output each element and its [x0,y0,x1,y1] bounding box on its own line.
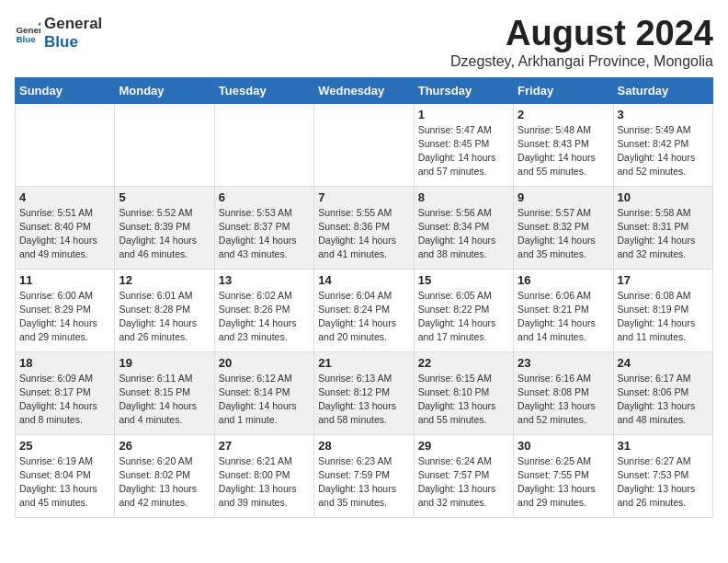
calendar-cell [314,103,414,186]
day-header-friday: Friday [514,77,613,103]
day-info: Sunrise: 5:58 AMSunset: 8:31 PMDaylight:… [618,206,709,262]
calendar-table: SundayMondayTuesdayWednesdayThursdayFrid… [15,77,713,518]
day-number: 2 [518,108,609,121]
day-number: 6 [219,190,310,204]
day-number: 13 [219,273,310,287]
calendar-week-row: 1Sunrise: 5:47 AMSunset: 8:45 PMDaylight… [16,103,713,186]
calendar-cell: 13Sunrise: 6:02 AMSunset: 8:26 PMDayligh… [214,269,313,351]
day-info: Sunrise: 6:15 AMSunset: 8:10 PMDaylight:… [418,372,509,428]
logo-blue-text: Blue [44,33,102,52]
day-number: 9 [518,190,609,204]
day-header-wednesday: Wednesday [314,77,414,103]
calendar-cell: 30Sunrise: 6:25 AMSunset: 7:55 PMDayligh… [514,434,613,517]
day-number: 15 [418,273,509,287]
day-number: 23 [518,356,609,370]
day-number: 8 [418,190,509,204]
calendar-cell: 18Sunrise: 6:09 AMSunset: 8:17 PMDayligh… [16,351,115,434]
calendar-cell: 16Sunrise: 6:06 AMSunset: 8:21 PMDayligh… [514,269,613,351]
calendar-cell: 29Sunrise: 6:24 AMSunset: 7:57 PMDayligh… [414,434,513,517]
day-number: 16 [518,273,609,287]
day-info: Sunrise: 6:27 AMSunset: 7:53 PMDaylight:… [618,454,709,511]
day-info: Sunrise: 5:52 AMSunset: 8:39 PMDaylight:… [119,206,210,262]
day-header-saturday: Saturday [613,77,712,103]
day-number: 25 [19,439,110,453]
day-info: Sunrise: 6:19 AMSunset: 8:04 PMDaylight:… [19,454,110,511]
day-info: Sunrise: 5:55 AMSunset: 8:36 PMDaylight:… [318,206,409,262]
day-info: Sunrise: 6:21 AMSunset: 8:00 PMDaylight:… [219,454,310,511]
day-info: Sunrise: 6:05 AMSunset: 8:22 PMDaylight:… [418,289,509,345]
calendar-cell: 10Sunrise: 5:58 AMSunset: 8:31 PMDayligh… [613,186,712,269]
day-number: 24 [618,356,709,370]
day-info: Sunrise: 6:13 AMSunset: 8:12 PMDaylight:… [318,372,409,428]
calendar-cell: 23Sunrise: 6:16 AMSunset: 8:08 PMDayligh… [514,351,613,434]
logo: General Blue General Blue [15,15,102,51]
calendar-cell [214,103,313,186]
calendar-week-row: 4Sunrise: 5:51 AMSunset: 8:40 PMDaylight… [16,186,713,269]
month-year-title: August 2024 [450,15,713,53]
calendar-cell: 15Sunrise: 6:05 AMSunset: 8:22 PMDayligh… [414,269,513,351]
day-number: 17 [618,273,709,287]
calendar-body: 1Sunrise: 5:47 AMSunset: 8:45 PMDaylight… [16,103,713,517]
calendar-cell: 9Sunrise: 5:57 AMSunset: 8:32 PMDaylight… [514,186,613,269]
day-info: Sunrise: 6:01 AMSunset: 8:28 PMDaylight:… [119,289,210,345]
day-number: 22 [418,356,509,370]
day-info: Sunrise: 5:56 AMSunset: 8:34 PMDaylight:… [418,206,509,262]
calendar-cell [115,103,214,186]
calendar-cell: 5Sunrise: 5:52 AMSunset: 8:39 PMDaylight… [115,186,214,269]
day-number: 26 [119,439,210,453]
day-info: Sunrise: 5:51 AMSunset: 8:40 PMDaylight:… [19,206,110,262]
day-info: Sunrise: 6:25 AMSunset: 7:55 PMDaylight:… [518,454,609,511]
day-number: 1 [418,108,509,121]
calendar-week-row: 18Sunrise: 6:09 AMSunset: 8:17 PMDayligh… [16,351,713,434]
day-info: Sunrise: 6:08 AMSunset: 8:19 PMDaylight:… [618,289,709,345]
day-number: 11 [19,273,110,287]
day-info: Sunrise: 5:49 AMSunset: 8:42 PMDaylight:… [618,123,709,179]
day-number: 28 [318,439,409,453]
calendar-cell: 19Sunrise: 6:11 AMSunset: 8:15 PMDayligh… [115,351,214,434]
day-number: 21 [318,356,409,370]
calendar-cell: 22Sunrise: 6:15 AMSunset: 8:10 PMDayligh… [414,351,513,434]
calendar-header: SundayMondayTuesdayWednesdayThursdayFrid… [16,77,713,103]
day-info: Sunrise: 6:06 AMSunset: 8:21 PMDaylight:… [518,289,609,345]
day-info: Sunrise: 6:00 AMSunset: 8:29 PMDaylight:… [19,289,110,345]
calendar-cell: 27Sunrise: 6:21 AMSunset: 8:00 PMDayligh… [214,434,313,517]
day-header-tuesday: Tuesday [214,77,313,103]
day-info: Sunrise: 6:04 AMSunset: 8:24 PMDaylight:… [318,289,409,345]
calendar-cell: 26Sunrise: 6:20 AMSunset: 8:02 PMDayligh… [115,434,214,517]
general-blue-logo-icon: General Blue [15,20,40,46]
day-info: Sunrise: 6:02 AMSunset: 8:26 PMDaylight:… [219,289,310,345]
calendar-cell: 3Sunrise: 5:49 AMSunset: 8:42 PMDaylight… [613,103,712,186]
day-info: Sunrise: 6:23 AMSunset: 7:59 PMDaylight:… [318,454,409,511]
day-number: 29 [418,439,509,453]
calendar-cell: 14Sunrise: 6:04 AMSunset: 8:24 PMDayligh… [314,269,414,351]
calendar-cell: 6Sunrise: 5:53 AMSunset: 8:37 PMDaylight… [214,186,313,269]
calendar-cell: 28Sunrise: 6:23 AMSunset: 7:59 PMDayligh… [314,434,414,517]
calendar-week-row: 11Sunrise: 6:00 AMSunset: 8:29 PMDayligh… [16,269,713,351]
calendar-cell: 4Sunrise: 5:51 AMSunset: 8:40 PMDaylight… [16,186,115,269]
days-of-week-row: SundayMondayTuesdayWednesdayThursdayFrid… [16,77,713,103]
day-number: 18 [19,356,110,370]
day-header-monday: Monday [115,77,214,103]
calendar-cell: 25Sunrise: 6:19 AMSunset: 8:04 PMDayligh… [16,434,115,517]
day-info: Sunrise: 6:17 AMSunset: 8:06 PMDaylight:… [618,372,709,428]
day-number: 12 [119,273,210,287]
day-info: Sunrise: 6:11 AMSunset: 8:15 PMDaylight:… [119,372,210,428]
day-number: 14 [318,273,409,287]
page-header: General Blue General Blue August 2024 Dz… [15,15,713,70]
calendar-cell: 31Sunrise: 6:27 AMSunset: 7:53 PMDayligh… [613,434,712,517]
calendar-cell: 24Sunrise: 6:17 AMSunset: 8:06 PMDayligh… [613,351,712,434]
day-header-thursday: Thursday [414,77,513,103]
calendar-cell: 7Sunrise: 5:55 AMSunset: 8:36 PMDaylight… [314,186,414,269]
day-number: 10 [618,190,709,204]
day-header-sunday: Sunday [16,77,115,103]
day-number: 31 [618,439,709,453]
title-block: August 2024 Dzegstey, Arkhangai Province… [450,15,713,70]
calendar-cell: 21Sunrise: 6:13 AMSunset: 8:12 PMDayligh… [314,351,414,434]
day-info: Sunrise: 6:16 AMSunset: 8:08 PMDaylight:… [518,372,609,428]
day-number: 27 [219,439,310,453]
day-number: 3 [618,108,709,121]
calendar-cell: 20Sunrise: 6:12 AMSunset: 8:14 PMDayligh… [214,351,313,434]
calendar-cell: 11Sunrise: 6:00 AMSunset: 8:29 PMDayligh… [16,269,115,351]
location-subtitle: Dzegstey, Arkhangai Province, Mongolia [450,53,713,70]
calendar-cell: 17Sunrise: 6:08 AMSunset: 8:19 PMDayligh… [613,269,712,351]
